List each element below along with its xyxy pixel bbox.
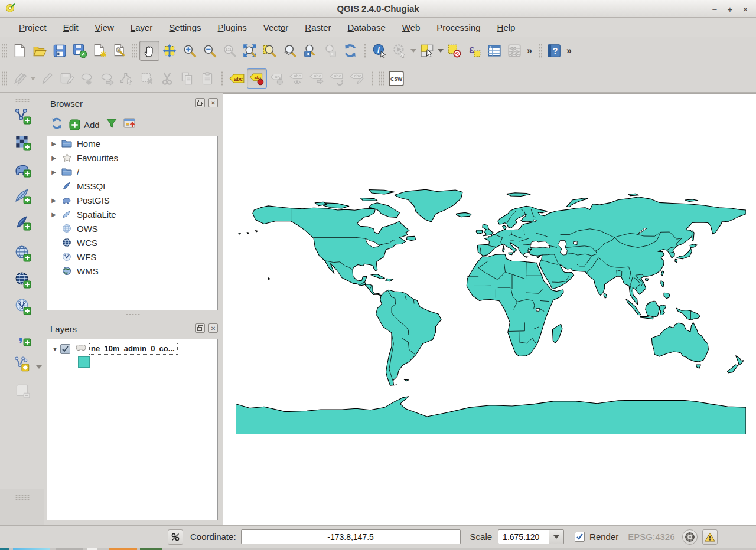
browser-properties-button[interactable] (123, 117, 136, 132)
menu-settings[interactable]: Settings (161, 20, 209, 35)
menu-plugins[interactable]: Plugins (210, 20, 255, 35)
tree-item-favourites[interactable]: ▶ Favourites (47, 150, 217, 165)
copy-features-button[interactable] (177, 68, 197, 89)
messages-warning-button[interactable] (702, 529, 718, 545)
maximize-button[interactable]: + (723, 2, 737, 16)
deselect-all-button[interactable] (444, 41, 464, 61)
toolbar-grip[interactable] (132, 43, 137, 58)
toolbar-grip[interactable] (220, 71, 224, 86)
zoom-to-selection-button[interactable] (260, 41, 280, 61)
pin-unpin-labels-button[interactable]: ab (267, 68, 287, 89)
save-project-as-button[interactable] (70, 41, 90, 61)
menu-layer[interactable]: Layer (122, 20, 161, 35)
toolbar-overflow-button[interactable]: » (524, 45, 535, 56)
layer-item[interactable]: ▼ ne_10m_admin_0_co... (47, 339, 217, 355)
add-feature-button[interactable] (77, 68, 97, 89)
run-feature-action-button[interactable] (390, 41, 410, 61)
crs-status-button[interactable] (682, 529, 698, 545)
collapse-arrow-icon[interactable]: ▼ (52, 346, 60, 352)
new-shapefile-layer-button[interactable] (9, 352, 36, 376)
tree-item-mssql[interactable]: MSSQL (47, 179, 217, 193)
current-edits-button[interactable] (9, 68, 30, 89)
tree-item-wfs[interactable]: WFS (47, 250, 217, 264)
cut-features-button[interactable] (157, 68, 177, 89)
expand-arrow-icon[interactable]: ▶ (47, 155, 60, 161)
menu-help[interactable]: Help (489, 20, 524, 35)
tree-item-root[interactable]: ▶ / (47, 165, 217, 179)
refresh-map-button[interactable] (340, 41, 360, 61)
add-vector-layer-button[interactable] (9, 104, 36, 127)
current-edits-dropdown[interactable] (30, 68, 37, 89)
new-print-composer-button[interactable] (90, 41, 110, 61)
tree-item-home[interactable]: ▶ Home (47, 136, 217, 150)
toolbar-grip[interactable] (379, 71, 384, 86)
rotate-label-button[interactable]: abc (327, 68, 347, 89)
add-wms-layer-button[interactable] (9, 241, 36, 265)
tree-item-wms[interactable]: WMS (47, 264, 217, 278)
expand-arrow-icon[interactable]: ▶ (47, 140, 60, 147)
coordinate-extent-toggle-button[interactable] (168, 529, 183, 545)
change-label-button[interactable]: abc (347, 68, 367, 89)
menu-processing[interactable]: Processing (428, 20, 488, 35)
zoom-native-button[interactable]: 1:1 (220, 41, 240, 61)
pan-map-button[interactable] (139, 41, 159, 61)
add-delimited-text-layer-button[interactable]: , (9, 326, 36, 349)
tree-item-ows[interactable]: OWS (47, 221, 217, 235)
menu-vector[interactable]: Vector (255, 20, 297, 35)
move-label-button[interactable]: abc (307, 68, 327, 89)
select-features-button[interactable] (417, 41, 437, 61)
tree-item-spatialite[interactable]: ▶ SpatiaLite (47, 207, 217, 221)
tree-item-postgis[interactable]: ▶ PostGIS (47, 193, 217, 207)
add-spatialite-layer-button[interactable] (9, 184, 36, 207)
pan-to-selection-button[interactable] (159, 41, 180, 61)
expand-arrow-icon[interactable]: ▶ (47, 169, 60, 175)
toolbar-grip[interactable] (2, 71, 7, 86)
menu-edit[interactable]: Edit (55, 20, 87, 35)
browser-filter-button[interactable] (106, 117, 118, 132)
browser-close-button[interactable]: ✕ (208, 98, 218, 107)
expand-arrow-icon[interactable]: ▶ (47, 197, 60, 204)
zoom-next-button[interactable] (320, 41, 340, 61)
browser-refresh-button[interactable] (50, 117, 63, 132)
layers-float-button[interactable] (195, 323, 205, 333)
zoom-out-button[interactable] (200, 41, 220, 61)
close-button[interactable]: × (738, 2, 752, 16)
remove-layer-button[interactable] (9, 379, 36, 402)
help-contents-button[interactable]: ? (544, 41, 564, 61)
menu-web[interactable]: Web (394, 20, 429, 35)
menu-project[interactable]: Project (11, 20, 55, 35)
map-canvas[interactable] (223, 93, 756, 525)
run-feature-action-dropdown[interactable] (410, 41, 417, 61)
new-shapefile-dropdown[interactable] (36, 361, 42, 371)
layer-visibility-checkbox[interactable] (60, 344, 70, 354)
paste-features-button[interactable] (197, 68, 217, 89)
layer-labeling-options-button[interactable]: abc (227, 68, 247, 89)
open-attribute-table-button[interactable] (484, 41, 504, 61)
move-feature-button[interactable] (97, 68, 117, 89)
menu-database[interactable]: Database (340, 20, 394, 35)
add-mssql-layer-button[interactable] (9, 210, 36, 234)
node-tool-button[interactable] (117, 68, 137, 89)
zoom-full-extent-button[interactable] (240, 41, 260, 61)
highlight-pinned-labels-button[interactable]: ab (247, 68, 267, 89)
expand-arrow-icon[interactable]: ▶ (47, 211, 60, 218)
toolbar-overflow-button[interactable]: » (564, 45, 574, 56)
zoom-to-layer-button[interactable] (280, 41, 300, 61)
minimize-button[interactable]: − (708, 2, 722, 16)
toolbar-grip[interactable] (15, 97, 30, 102)
add-raster-layer-button[interactable] (9, 130, 36, 154)
toolbar-grip[interactable] (537, 43, 542, 58)
add-wcs-layer-button[interactable] (9, 268, 36, 292)
csw-metasearch-button[interactable]: CSW (386, 68, 406, 89)
layers-close-button[interactable]: ✕ (208, 323, 218, 333)
tree-item-wcs[interactable]: WCS (47, 235, 217, 250)
scale-dropdown-button[interactable] (549, 529, 564, 544)
delete-selected-button[interactable] (137, 68, 157, 89)
menu-raster[interactable]: Raster (296, 20, 339, 35)
menu-view[interactable]: View (87, 20, 122, 35)
open-project-button[interactable] (30, 41, 50, 61)
toolbar-grip[interactable] (363, 43, 367, 58)
toggle-editing-button[interactable] (37, 68, 57, 89)
layer-name[interactable]: ne_10m_admin_0_co... (89, 343, 178, 355)
save-layer-edits-button[interactable] (57, 68, 77, 89)
